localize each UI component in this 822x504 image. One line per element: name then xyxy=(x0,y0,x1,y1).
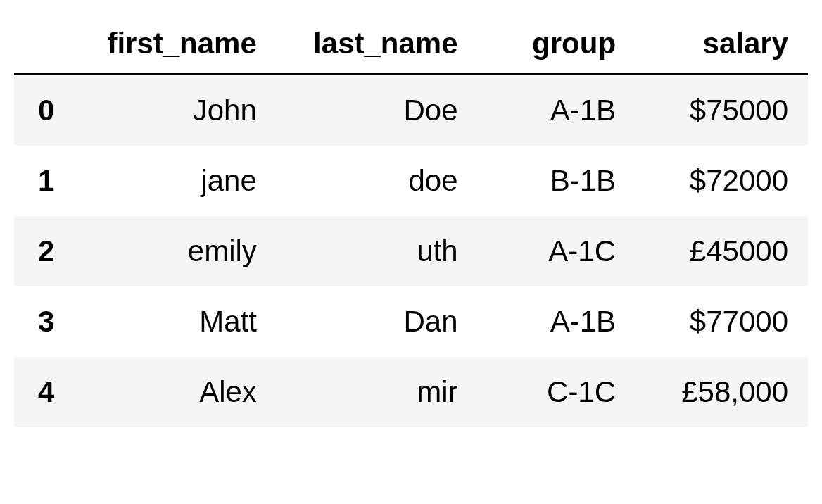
data-table: first_name last_name group salary 0 John… xyxy=(14,14,808,427)
cell-last-name: Doe xyxy=(277,75,478,146)
table-row: 3 Matt Dan A-1B $77000 xyxy=(14,286,808,357)
cell-salary: $77000 xyxy=(636,286,808,357)
cell-salary: £58,000 xyxy=(636,357,808,427)
table-row: 4 Alex mir C-1C £58,000 xyxy=(14,357,808,427)
cell-first-name: Alex xyxy=(75,357,277,427)
table-header-first-name: first_name xyxy=(75,14,277,75)
cell-salary: £45000 xyxy=(636,216,808,286)
cell-first-name: John xyxy=(75,75,277,146)
table-header-index xyxy=(14,14,75,75)
table-header-last-name: last_name xyxy=(277,14,478,75)
cell-salary: $72000 xyxy=(636,146,808,216)
row-index: 0 xyxy=(14,75,75,146)
cell-last-name: doe xyxy=(277,146,478,216)
cell-group: B-1B xyxy=(478,146,636,216)
cell-last-name: uth xyxy=(277,216,478,286)
cell-group: A-1C xyxy=(478,216,636,286)
cell-first-name: jane xyxy=(75,146,277,216)
cell-first-name: Matt xyxy=(75,286,277,357)
cell-group: C-1C xyxy=(478,357,636,427)
table-header-row: first_name last_name group salary xyxy=(14,14,808,75)
cell-group: A-1B xyxy=(478,286,636,357)
table-row: 1 jane doe B-1B $72000 xyxy=(14,146,808,216)
table-header-salary: salary xyxy=(636,14,808,75)
cell-group: A-1B xyxy=(478,75,636,146)
row-index: 2 xyxy=(14,216,75,286)
row-index: 3 xyxy=(14,286,75,357)
cell-last-name: Dan xyxy=(277,286,478,357)
cell-last-name: mir xyxy=(277,357,478,427)
cell-first-name: emily xyxy=(75,216,277,286)
row-index: 1 xyxy=(14,146,75,216)
table-header-group: group xyxy=(478,14,636,75)
table-row: 0 John Doe A-1B $75000 xyxy=(14,75,808,146)
row-index: 4 xyxy=(14,357,75,427)
table-row: 2 emily uth A-1C £45000 xyxy=(14,216,808,286)
cell-salary: $75000 xyxy=(636,75,808,146)
